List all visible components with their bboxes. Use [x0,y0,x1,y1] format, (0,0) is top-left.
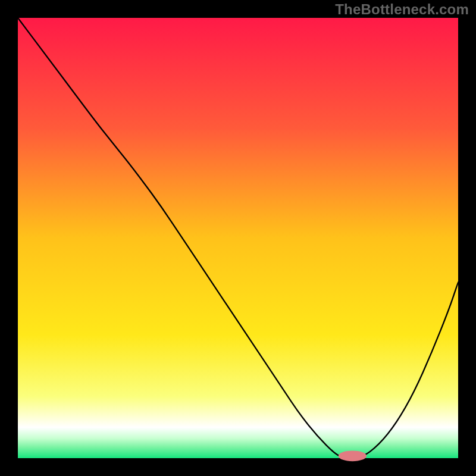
chart-svg [0,0,476,476]
chart-frame: TheBottleneck.com [0,0,476,476]
plot-background [18,18,458,458]
watermark-text: TheBottleneck.com [335,1,469,18]
optimal-range-marker [339,450,367,461]
